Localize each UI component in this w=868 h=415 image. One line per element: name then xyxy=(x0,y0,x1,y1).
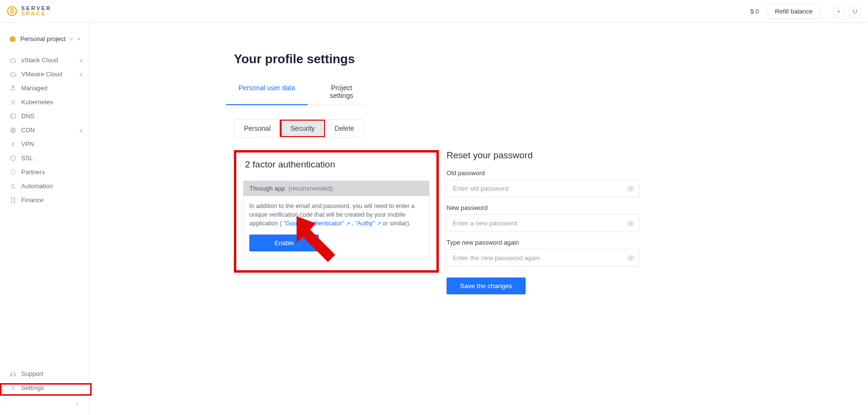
svg-point-10 xyxy=(630,222,632,224)
enable-2fa-button[interactable]: Enable xyxy=(249,235,319,251)
two-factor-method-box: Through app (recommended) In addition to… xyxy=(243,180,430,260)
project-gear-icon[interactable] xyxy=(68,36,74,42)
logo[interactable]: SERVER SPACE xyxy=(7,6,52,16)
project-caret-icon[interactable] xyxy=(76,36,82,42)
save-changes-button[interactable]: Save the changes xyxy=(447,277,526,294)
sidebar-item-kubernetes[interactable]: Kubernetes xyxy=(0,95,89,109)
sidebar-item-automation[interactable]: Automation xyxy=(0,179,89,193)
sidebar-item-cdn[interactable]: CDN ◢ xyxy=(0,123,89,137)
new-password-input[interactable] xyxy=(447,214,639,232)
sidebar-item-dns[interactable]: DNS xyxy=(0,109,89,123)
sidebar-item-label: vStack Cloud xyxy=(21,56,58,64)
link-google-authenticator[interactable]: "Google Authenticator" xyxy=(284,220,344,227)
add-button[interactable]: + xyxy=(832,5,845,17)
sidebar-item-label: DNS xyxy=(21,112,34,120)
link-authy[interactable]: "Authy" xyxy=(355,220,375,227)
refill-balance-button[interactable]: Refill balance xyxy=(768,4,820,19)
old-password-input[interactable] xyxy=(447,180,639,197)
collapse-sidebar-button[interactable] xyxy=(0,395,89,408)
logo-mark-icon xyxy=(7,6,17,16)
external-link-icon: ↗ xyxy=(377,221,381,226)
sub-tabs: Personal Security Delete xyxy=(234,119,849,138)
old-password-label: Old password xyxy=(447,169,639,177)
sidebar-item-label: VPN xyxy=(21,140,34,148)
shield-icon xyxy=(10,155,16,162)
two-factor-panel: 2 factor authentication Through app (rec… xyxy=(234,150,439,273)
svg-point-8 xyxy=(12,387,14,389)
sidebar-item-ssl[interactable]: SSL xyxy=(0,151,89,165)
automation-icon xyxy=(10,183,16,190)
support-icon xyxy=(10,371,16,377)
sidebar-item-label: Kubernetes xyxy=(21,98,54,106)
partners-icon xyxy=(10,169,16,176)
svg-point-7 xyxy=(12,143,14,145)
avatar-letter: U xyxy=(853,8,857,15)
external-link-icon: ↗ xyxy=(346,221,350,226)
sidebar-item-managed[interactable]: Managed xyxy=(0,81,89,95)
dns-icon xyxy=(10,113,16,120)
sidebar-item-label: Settings xyxy=(21,384,44,391)
two-factor-recommended-label: (recommended) xyxy=(288,185,333,192)
reset-password-panel: Reset your password Old password New pas… xyxy=(447,150,639,294)
top-tabs: Personal user data Project settings xyxy=(234,78,364,106)
vpn-icon xyxy=(10,141,16,148)
subtab-security[interactable]: Security xyxy=(281,120,325,137)
project-dot-icon xyxy=(10,36,15,42)
cloud-down-icon xyxy=(10,57,16,64)
new-password-label: New password xyxy=(447,204,639,211)
sidebar-item-finance[interactable]: Finance xyxy=(0,193,89,207)
plus-icon: + xyxy=(837,8,841,15)
sidebar-item-vmware-cloud[interactable]: VMware Cloud ◢ xyxy=(0,67,89,81)
cdn-icon xyxy=(10,127,16,134)
two-factor-description: In addition to the email and password, y… xyxy=(244,196,429,259)
two-factor-method-name: Through app xyxy=(249,185,285,192)
svg-point-11 xyxy=(630,257,632,259)
main-content: Your profile settings Personal user data… xyxy=(89,23,868,415)
caret-icon: ◢ xyxy=(79,72,82,76)
repeat-password-input[interactable] xyxy=(447,249,639,267)
finance-icon xyxy=(10,197,16,204)
svg-point-9 xyxy=(630,188,632,190)
sidebar-item-label: VMware Cloud xyxy=(21,70,62,78)
project-label: Personal project xyxy=(20,35,66,42)
sidebar-item-label: SSL xyxy=(21,154,33,162)
settings-gear-icon xyxy=(10,385,16,391)
svg-rect-2 xyxy=(12,85,14,87)
two-factor-method-header: Through app (recommended) xyxy=(244,181,429,196)
subtab-delete[interactable]: Delete xyxy=(325,120,364,137)
sidebar: Personal project vStack Cloud ◢ VMware C… xyxy=(0,23,89,415)
logo-text: SERVER SPACE xyxy=(21,6,52,16)
reset-password-heading: Reset your password xyxy=(447,150,639,161)
sidebar-nav: vStack Cloud ◢ VMware Cloud ◢ Managed Ku… xyxy=(0,51,89,207)
two-factor-heading: 2 factor authentication xyxy=(245,159,430,170)
balance-amount: $ 0 xyxy=(750,8,759,15)
sidebar-bottom-nav: Support Settings xyxy=(0,365,89,395)
gear-icon xyxy=(10,99,16,106)
header: SERVER SPACE $ 0 Refill balance + U xyxy=(0,0,868,23)
eye-icon[interactable] xyxy=(627,185,635,193)
sidebar-item-partners[interactable]: Partners xyxy=(0,165,89,179)
tab-personal-user-data[interactable]: Personal user data xyxy=(234,78,300,105)
sidebar-item-vstack-cloud[interactable]: vStack Cloud ◢ xyxy=(0,53,89,67)
managed-icon xyxy=(10,85,16,92)
sidebar-item-label: Automation xyxy=(21,182,53,190)
subtab-personal[interactable]: Personal xyxy=(234,120,281,137)
eye-icon[interactable] xyxy=(627,220,635,227)
eye-icon[interactable] xyxy=(627,254,635,262)
user-avatar[interactable]: U xyxy=(849,5,861,17)
sidebar-item-support[interactable]: Support xyxy=(0,367,89,381)
tab-project-settings[interactable]: Project settings xyxy=(319,78,364,105)
svg-point-0 xyxy=(8,7,16,15)
sidebar-item-label: Managed xyxy=(21,84,47,92)
sidebar-item-label: Support xyxy=(21,370,43,377)
sidebar-item-label: Finance xyxy=(21,196,43,204)
svg-point-5 xyxy=(12,116,13,117)
svg-point-3 xyxy=(12,101,14,103)
project-selector[interactable]: Personal project xyxy=(0,30,89,51)
sidebar-item-settings[interactable]: Settings xyxy=(0,381,89,395)
sidebar-item-vpn[interactable]: VPN xyxy=(0,137,89,151)
page-title: Your profile settings xyxy=(234,52,849,67)
sidebar-item-label: Partners xyxy=(21,168,45,176)
repeat-password-label: Type new password again xyxy=(447,239,639,246)
sidebar-item-label: CDN xyxy=(21,126,35,134)
